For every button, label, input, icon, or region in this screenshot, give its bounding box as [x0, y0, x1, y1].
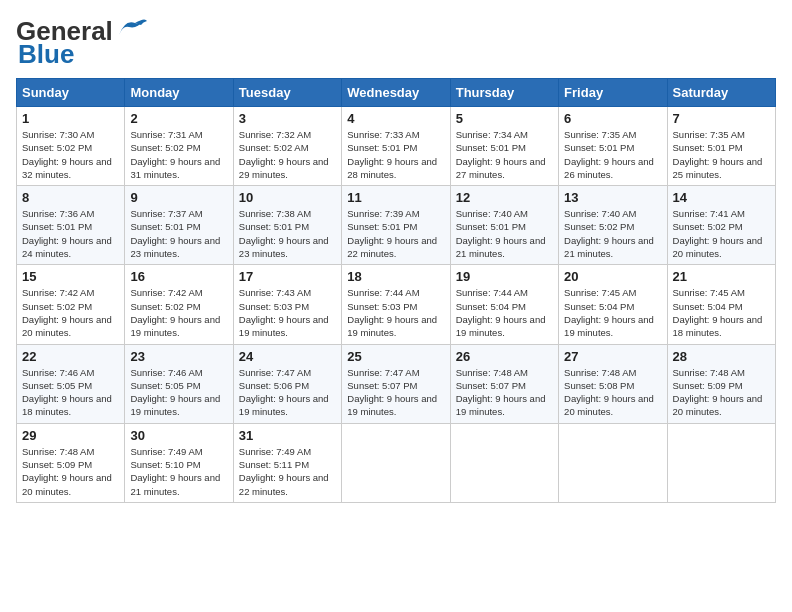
cell-info: Sunrise: 7:37 AMSunset: 5:01 PMDaylight:…: [130, 208, 220, 259]
cell-info: Sunrise: 7:45 AMSunset: 5:04 PMDaylight:…: [564, 287, 654, 338]
calendar-cell: 11Sunrise: 7:39 AMSunset: 5:01 PMDayligh…: [342, 186, 450, 265]
cell-info: Sunrise: 7:42 AMSunset: 5:02 PMDaylight:…: [130, 287, 220, 338]
cell-info: Sunrise: 7:42 AMSunset: 5:02 PMDaylight:…: [22, 287, 112, 338]
cell-info: Sunrise: 7:45 AMSunset: 5:04 PMDaylight:…: [673, 287, 763, 338]
day-number: 30: [130, 428, 227, 443]
calendar-cell: 10Sunrise: 7:38 AMSunset: 5:01 PMDayligh…: [233, 186, 341, 265]
cell-info: Sunrise: 7:48 AMSunset: 5:08 PMDaylight:…: [564, 367, 654, 418]
calendar-cell: 1Sunrise: 7:30 AMSunset: 5:02 PMDaylight…: [17, 107, 125, 186]
day-number: 15: [22, 269, 119, 284]
day-number: 24: [239, 349, 336, 364]
calendar-week-row: 22Sunrise: 7:46 AMSunset: 5:05 PMDayligh…: [17, 344, 776, 423]
cell-info: Sunrise: 7:49 AMSunset: 5:11 PMDaylight:…: [239, 446, 329, 497]
day-number: 2: [130, 111, 227, 126]
day-number: 28: [673, 349, 770, 364]
day-header-thursday: Thursday: [450, 79, 558, 107]
day-number: 13: [564, 190, 661, 205]
day-number: 25: [347, 349, 444, 364]
cell-info: Sunrise: 7:48 AMSunset: 5:09 PMDaylight:…: [673, 367, 763, 418]
calendar-cell: 16Sunrise: 7:42 AMSunset: 5:02 PMDayligh…: [125, 265, 233, 344]
calendar-week-row: 29Sunrise: 7:48 AMSunset: 5:09 PMDayligh…: [17, 423, 776, 502]
day-number: 8: [22, 190, 119, 205]
day-number: 1: [22, 111, 119, 126]
calendar-cell: 3Sunrise: 7:32 AMSunset: 5:02 AMDaylight…: [233, 107, 341, 186]
day-header-friday: Friday: [559, 79, 667, 107]
day-number: 22: [22, 349, 119, 364]
calendar-table: SundayMondayTuesdayWednesdayThursdayFrid…: [16, 78, 776, 503]
day-number: 21: [673, 269, 770, 284]
calendar-cell: 2Sunrise: 7:31 AMSunset: 5:02 PMDaylight…: [125, 107, 233, 186]
cell-info: Sunrise: 7:36 AMSunset: 5:01 PMDaylight:…: [22, 208, 112, 259]
day-header-monday: Monday: [125, 79, 233, 107]
day-header-saturday: Saturday: [667, 79, 775, 107]
cell-info: Sunrise: 7:35 AMSunset: 5:01 PMDaylight:…: [673, 129, 763, 180]
calendar-cell: 17Sunrise: 7:43 AMSunset: 5:03 PMDayligh…: [233, 265, 341, 344]
day-number: 16: [130, 269, 227, 284]
calendar-cell: 12Sunrise: 7:40 AMSunset: 5:01 PMDayligh…: [450, 186, 558, 265]
calendar-cell: 19Sunrise: 7:44 AMSunset: 5:04 PMDayligh…: [450, 265, 558, 344]
cell-info: Sunrise: 7:31 AMSunset: 5:02 PMDaylight:…: [130, 129, 220, 180]
day-header-wednesday: Wednesday: [342, 79, 450, 107]
cell-info: Sunrise: 7:48 AMSunset: 5:09 PMDaylight:…: [22, 446, 112, 497]
day-number: 9: [130, 190, 227, 205]
calendar-cell: 20Sunrise: 7:45 AMSunset: 5:04 PMDayligh…: [559, 265, 667, 344]
calendar-cell: 31Sunrise: 7:49 AMSunset: 5:11 PMDayligh…: [233, 423, 341, 502]
day-number: 12: [456, 190, 553, 205]
calendar-week-row: 8Sunrise: 7:36 AMSunset: 5:01 PMDaylight…: [17, 186, 776, 265]
calendar-cell: 6Sunrise: 7:35 AMSunset: 5:01 PMDaylight…: [559, 107, 667, 186]
calendar-cell: 28Sunrise: 7:48 AMSunset: 5:09 PMDayligh…: [667, 344, 775, 423]
cell-info: Sunrise: 7:40 AMSunset: 5:01 PMDaylight:…: [456, 208, 546, 259]
calendar-cell: 13Sunrise: 7:40 AMSunset: 5:02 PMDayligh…: [559, 186, 667, 265]
day-number: 6: [564, 111, 661, 126]
cell-info: Sunrise: 7:33 AMSunset: 5:01 PMDaylight:…: [347, 129, 437, 180]
day-number: 10: [239, 190, 336, 205]
day-number: 29: [22, 428, 119, 443]
calendar-week-row: 1Sunrise: 7:30 AMSunset: 5:02 PMDaylight…: [17, 107, 776, 186]
day-number: 7: [673, 111, 770, 126]
cell-info: Sunrise: 7:35 AMSunset: 5:01 PMDaylight:…: [564, 129, 654, 180]
calendar-cell: 26Sunrise: 7:48 AMSunset: 5:07 PMDayligh…: [450, 344, 558, 423]
cell-info: Sunrise: 7:48 AMSunset: 5:07 PMDaylight:…: [456, 367, 546, 418]
day-header-sunday: Sunday: [17, 79, 125, 107]
cell-info: Sunrise: 7:40 AMSunset: 5:02 PMDaylight:…: [564, 208, 654, 259]
cell-info: Sunrise: 7:41 AMSunset: 5:02 PMDaylight:…: [673, 208, 763, 259]
day-number: 19: [456, 269, 553, 284]
cell-info: Sunrise: 7:32 AMSunset: 5:02 AMDaylight:…: [239, 129, 329, 180]
calendar-cell: [450, 423, 558, 502]
calendar-cell: 22Sunrise: 7:46 AMSunset: 5:05 PMDayligh…: [17, 344, 125, 423]
logo-blue: Blue: [18, 39, 74, 70]
cell-info: Sunrise: 7:49 AMSunset: 5:10 PMDaylight:…: [130, 446, 220, 497]
calendar-cell: [342, 423, 450, 502]
calendar-cell: 5Sunrise: 7:34 AMSunset: 5:01 PMDaylight…: [450, 107, 558, 186]
day-number: 18: [347, 269, 444, 284]
calendar-week-row: 15Sunrise: 7:42 AMSunset: 5:02 PMDayligh…: [17, 265, 776, 344]
cell-info: Sunrise: 7:43 AMSunset: 5:03 PMDaylight:…: [239, 287, 329, 338]
cell-info: Sunrise: 7:34 AMSunset: 5:01 PMDaylight:…: [456, 129, 546, 180]
calendar-cell: [559, 423, 667, 502]
logo-bird-icon: [115, 17, 147, 39]
cell-info: Sunrise: 7:44 AMSunset: 5:04 PMDaylight:…: [456, 287, 546, 338]
cell-info: Sunrise: 7:39 AMSunset: 5:01 PMDaylight:…: [347, 208, 437, 259]
day-header-tuesday: Tuesday: [233, 79, 341, 107]
calendar-header-row: SundayMondayTuesdayWednesdayThursdayFrid…: [17, 79, 776, 107]
calendar-cell: 18Sunrise: 7:44 AMSunset: 5:03 PMDayligh…: [342, 265, 450, 344]
cell-info: Sunrise: 7:38 AMSunset: 5:01 PMDaylight:…: [239, 208, 329, 259]
calendar-cell: 30Sunrise: 7:49 AMSunset: 5:10 PMDayligh…: [125, 423, 233, 502]
day-number: 17: [239, 269, 336, 284]
day-number: 27: [564, 349, 661, 364]
cell-info: Sunrise: 7:30 AMSunset: 5:02 PMDaylight:…: [22, 129, 112, 180]
calendar-cell: 9Sunrise: 7:37 AMSunset: 5:01 PMDaylight…: [125, 186, 233, 265]
logo: General Blue: [16, 16, 147, 70]
day-number: 14: [673, 190, 770, 205]
day-number: 3: [239, 111, 336, 126]
calendar-cell: 15Sunrise: 7:42 AMSunset: 5:02 PMDayligh…: [17, 265, 125, 344]
calendar-cell: 7Sunrise: 7:35 AMSunset: 5:01 PMDaylight…: [667, 107, 775, 186]
day-number: 23: [130, 349, 227, 364]
cell-info: Sunrise: 7:47 AMSunset: 5:06 PMDaylight:…: [239, 367, 329, 418]
calendar-cell: 24Sunrise: 7:47 AMSunset: 5:06 PMDayligh…: [233, 344, 341, 423]
calendar-cell: 27Sunrise: 7:48 AMSunset: 5:08 PMDayligh…: [559, 344, 667, 423]
day-number: 26: [456, 349, 553, 364]
calendar-cell: 23Sunrise: 7:46 AMSunset: 5:05 PMDayligh…: [125, 344, 233, 423]
calendar-cell: [667, 423, 775, 502]
calendar-cell: 25Sunrise: 7:47 AMSunset: 5:07 PMDayligh…: [342, 344, 450, 423]
